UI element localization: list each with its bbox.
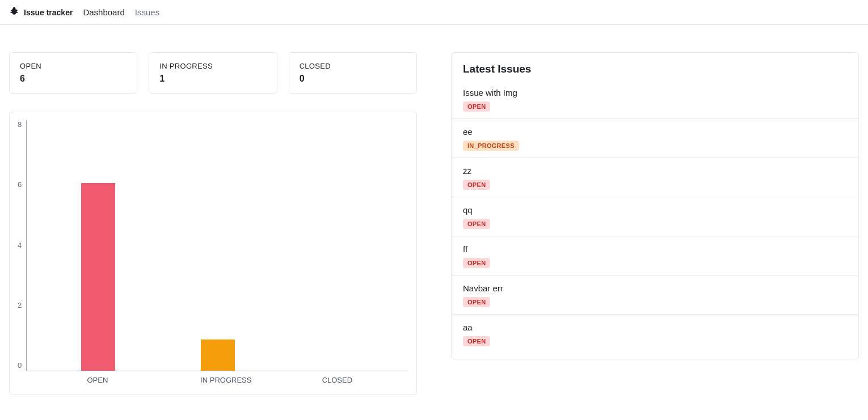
bug-icon bbox=[9, 6, 19, 18]
y-tick: 2 bbox=[18, 301, 22, 309]
page: OPEN 6 IN PROGRESS 1 CLOSED 0 86420 OPEN… bbox=[0, 25, 868, 409]
issue-item[interactable]: eeIN_PROGRESS bbox=[452, 119, 858, 158]
y-tick: 8 bbox=[18, 120, 22, 129]
bar-in-progress bbox=[201, 340, 235, 371]
stat-value: 6 bbox=[20, 74, 127, 84]
right-column: Latest Issues Issue with ImgOPENeeIN_PRO… bbox=[451, 52, 859, 395]
issue-item[interactable]: Navbar errOPEN bbox=[452, 275, 858, 315]
issue-item[interactable]: ffOPEN bbox=[452, 236, 858, 275]
issue-item[interactable]: qqOPEN bbox=[452, 197, 858, 236]
y-tick: 6 bbox=[18, 180, 22, 189]
status-badge: IN_PROGRESS bbox=[463, 141, 519, 151]
stat-value: 1 bbox=[159, 74, 266, 84]
nav-link-issues[interactable]: Issues bbox=[135, 7, 159, 17]
stat-card-inprogress: IN PROGRESS 1 bbox=[149, 52, 277, 94]
issue-item[interactable]: Issue with ImgOPEN bbox=[452, 80, 858, 119]
x-label: CLOSED bbox=[320, 376, 354, 384]
top-navbar: Issue tracker Dashboard Issues bbox=[0, 0, 868, 25]
issue-title: ee bbox=[463, 127, 847, 137]
bar-open bbox=[81, 183, 115, 371]
y-tick: 0 bbox=[18, 361, 22, 370]
issue-title: ff bbox=[463, 244, 847, 254]
nav-link-dashboard[interactable]: Dashboard bbox=[83, 7, 124, 17]
stats-row: OPEN 6 IN PROGRESS 1 CLOSED 0 bbox=[9, 52, 417, 94]
stat-card-closed: CLOSED 0 bbox=[289, 52, 417, 94]
brand-title: Issue tracker bbox=[24, 8, 73, 17]
issue-item[interactable]: aaOPEN bbox=[452, 315, 858, 353]
issue-title: qq bbox=[463, 205, 847, 215]
stat-label: CLOSED bbox=[300, 62, 406, 70]
status-badge: OPEN bbox=[463, 258, 490, 268]
bar-chart: 86420 OPENIN PROGRESSCLOSED bbox=[18, 120, 408, 384]
issue-title: Issue with Img bbox=[463, 88, 847, 97]
latest-issues-list: Issue with ImgOPENeeIN_PROGRESSzzOPENqqO… bbox=[452, 80, 858, 353]
status-badge: OPEN bbox=[463, 336, 490, 346]
x-axis-labels: OPENIN PROGRESSCLOSED bbox=[26, 371, 408, 384]
status-badge: OPEN bbox=[463, 219, 490, 229]
issue-item[interactable]: zzOPEN bbox=[452, 158, 858, 197]
y-axis: 86420 bbox=[18, 120, 26, 384]
chart-card: 86420 OPENIN PROGRESSCLOSED bbox=[9, 112, 417, 395]
latest-issues-card: Latest Issues Issue with ImgOPENeeIN_PRO… bbox=[451, 52, 859, 359]
stat-card-open: OPEN 6 bbox=[9, 52, 137, 94]
issue-title: zz bbox=[463, 166, 847, 176]
left-column: OPEN 6 IN PROGRESS 1 CLOSED 0 86420 OPEN… bbox=[9, 52, 417, 395]
brand[interactable]: Issue tracker bbox=[9, 6, 73, 18]
status-badge: OPEN bbox=[463, 180, 490, 190]
x-label: OPEN bbox=[81, 376, 115, 384]
stat-label: OPEN bbox=[20, 62, 127, 70]
issue-title: aa bbox=[463, 323, 847, 332]
status-badge: OPEN bbox=[463, 101, 490, 112]
stat-value: 0 bbox=[300, 74, 406, 84]
y-tick: 4 bbox=[18, 241, 22, 249]
stat-label: IN PROGRESS bbox=[159, 62, 266, 70]
latest-issues-heading: Latest Issues bbox=[452, 63, 858, 80]
x-label: IN PROGRESS bbox=[200, 376, 234, 384]
status-badge: OPEN bbox=[463, 297, 490, 307]
plot-area bbox=[26, 120, 408, 371]
issue-title: Navbar err bbox=[463, 283, 847, 293]
nav-links: Dashboard Issues bbox=[83, 7, 159, 17]
